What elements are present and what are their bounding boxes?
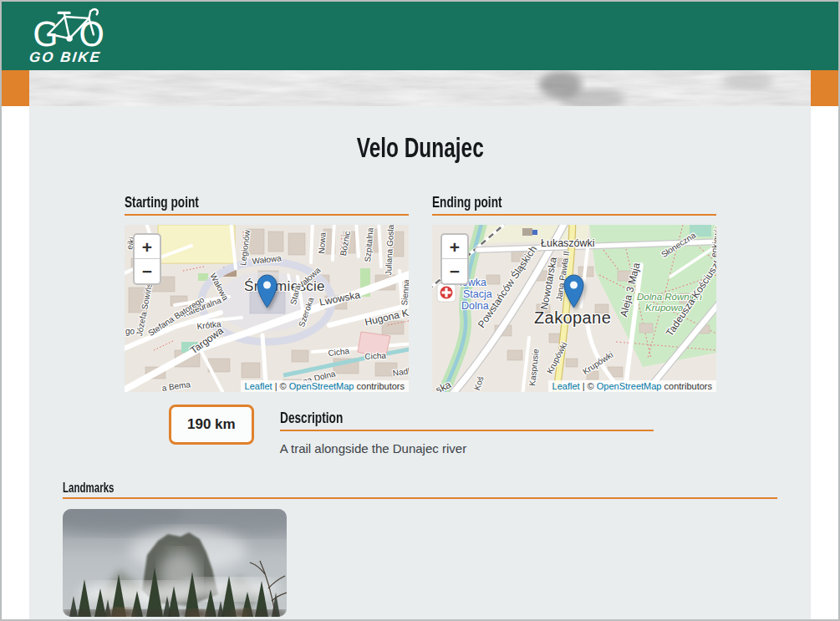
leaflet-link[interactable]: Leaflet	[552, 381, 580, 391]
leaflet-link[interactable]: Leaflet	[245, 381, 272, 391]
description-block: Description A trail alongside the Dunaje…	[280, 405, 654, 456]
go-bike-logo[interactable]: G O GO BIKE	[29, 6, 113, 66]
page-title: Velo Dunajec	[29, 132, 811, 164]
zoom-out-button[interactable]: −	[135, 259, 160, 283]
ending-point-map[interactable]: Łukaszówki łówka Stacja Dolna Zakopane D…	[432, 225, 716, 392]
zoom-in-button[interactable]: +	[442, 235, 467, 259]
osm-link[interactable]: OpenStreetMap	[289, 381, 354, 391]
landmarks-heading: Landmarks	[63, 481, 777, 500]
starting-point-map[interactable]: Śródmieście Wałowa Wałowa Wałowa Legionó…	[125, 225, 409, 392]
svg-text:G: G	[33, 16, 58, 51]
map-zoom-control: + −	[440, 233, 469, 285]
maps-row: Starting point	[125, 194, 715, 392]
distance-badge: 190 km	[169, 405, 254, 445]
landmarks-section: Landmarks	[63, 481, 777, 618]
ending-point-heading: Ending point	[432, 194, 716, 216]
start-map-tiles	[125, 225, 409, 392]
zoom-in-button[interactable]: +	[135, 235, 160, 259]
map-attribution: Leaflet | © OpenStreetMap contributors	[548, 380, 716, 392]
attribution-separator: | ©	[275, 381, 287, 391]
banner-orange-square-right	[811, 70, 838, 106]
osm-link[interactable]: OpenStreetMap	[597, 381, 662, 391]
map-attribution: Leaflet | © OpenStreetMap contributors	[241, 380, 409, 392]
banner-texture-image	[29, 70, 811, 106]
browser-page: G O GO BIKE	[0, 0, 840, 621]
banner-orange-square-left	[2, 70, 29, 106]
brand-text: GO BIKE	[28, 49, 102, 66]
landmark-photo	[63, 509, 287, 617]
map-zoom-control: + −	[133, 233, 161, 285]
end-map-tiles	[432, 225, 716, 392]
content: Velo Dunajec Starting point	[29, 106, 811, 619]
bicycle-logo-icon: G O	[29, 6, 113, 51]
svg-text:O: O	[79, 16, 104, 51]
attribution-separator: | ©	[583, 381, 594, 391]
banner	[2, 70, 838, 106]
app-header: G O GO BIKE	[2, 2, 838, 70]
description-text: A trail alongside the Dunajec river	[280, 441, 654, 456]
attribution-suffix: contributors	[357, 381, 405, 391]
description-heading: Description	[280, 410, 654, 431]
attribution-suffix: contributors	[664, 381, 712, 391]
ending-point-section: Ending point	[432, 194, 716, 392]
zoom-out-button[interactable]: −	[442, 259, 467, 283]
starting-point-section: Starting point	[125, 194, 409, 392]
starting-point-heading: Starting point	[125, 194, 409, 216]
info-row: 190 km Description A trail alongside the…	[169, 405, 811, 456]
